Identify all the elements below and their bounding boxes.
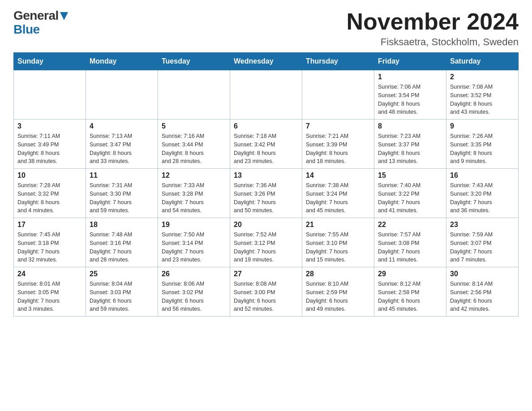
day-info: Sunrise: 7:48 AMSunset: 3:16 PMDaylight:… xyxy=(90,231,154,264)
day-info: Sunrise: 7:55 AMSunset: 3:10 PMDaylight:… xyxy=(306,231,370,264)
day-info: Sunrise: 7:13 AMSunset: 3:47 PMDaylight:… xyxy=(90,132,154,166)
calendar-table: SundayMondayTuesdayWednesdayThursdayFrid… xyxy=(13,52,519,317)
day-info: Sunrise: 7:23 AMSunset: 3:37 PMDaylight:… xyxy=(378,132,442,166)
logo-general-text: General xyxy=(13,9,59,23)
calendar-body: 1Sunrise: 7:06 AMSunset: 3:54 PMDaylight… xyxy=(14,70,519,317)
day-info: Sunrise: 7:31 AMSunset: 3:30 PMDaylight:… xyxy=(90,181,154,215)
weekday-header-tuesday: Tuesday xyxy=(158,53,230,70)
calendar-cell: 6Sunrise: 7:18 AMSunset: 3:42 PMDaylight… xyxy=(230,120,302,169)
day-number: 19 xyxy=(162,221,226,229)
calendar-cell: 21Sunrise: 7:55 AMSunset: 3:10 PMDayligh… xyxy=(302,218,374,267)
weekday-header-wednesday: Wednesday xyxy=(230,53,302,70)
calendar-cell: 16Sunrise: 7:43 AMSunset: 3:20 PMDayligh… xyxy=(446,169,519,218)
day-number: 17 xyxy=(17,221,82,229)
day-info: Sunrise: 7:59 AMSunset: 3:07 PMDaylight:… xyxy=(450,231,515,264)
calendar-week-row: 3Sunrise: 7:11 AMSunset: 3:49 PMDaylight… xyxy=(14,120,519,169)
day-info: Sunrise: 7:33 AMSunset: 3:28 PMDaylight:… xyxy=(162,181,226,215)
day-number: 2 xyxy=(450,73,515,81)
page-header: General Blue November 2024 Fisksaetra, S… xyxy=(13,9,519,48)
day-number: 15 xyxy=(378,171,442,180)
calendar-cell: 25Sunrise: 8:04 AMSunset: 3:03 PMDayligh… xyxy=(86,267,158,317)
day-info: Sunrise: 7:16 AMSunset: 3:44 PMDaylight:… xyxy=(162,132,226,166)
calendar-cell: 4Sunrise: 7:13 AMSunset: 3:47 PMDaylight… xyxy=(86,120,158,169)
day-number: 28 xyxy=(306,270,370,278)
day-number: 1 xyxy=(378,73,442,81)
day-info: Sunrise: 7:40 AMSunset: 3:22 PMDaylight:… xyxy=(378,181,442,215)
calendar-cell xyxy=(14,70,86,120)
day-number: 25 xyxy=(90,270,154,278)
calendar-cell: 12Sunrise: 7:33 AMSunset: 3:28 PMDayligh… xyxy=(158,169,230,218)
day-number: 9 xyxy=(450,122,515,130)
day-info: Sunrise: 7:57 AMSunset: 3:08 PMDaylight:… xyxy=(378,231,442,264)
calendar-cell: 15Sunrise: 7:40 AMSunset: 3:22 PMDayligh… xyxy=(374,169,446,218)
day-info: Sunrise: 8:06 AMSunset: 3:02 PMDaylight:… xyxy=(162,280,226,313)
calendar-cell: 7Sunrise: 7:21 AMSunset: 3:39 PMDaylight… xyxy=(302,120,374,169)
calendar-cell: 1Sunrise: 7:06 AMSunset: 3:54 PMDaylight… xyxy=(374,70,446,120)
day-number: 30 xyxy=(450,270,515,278)
calendar-cell: 18Sunrise: 7:48 AMSunset: 3:16 PMDayligh… xyxy=(86,218,158,267)
day-info: Sunrise: 7:36 AMSunset: 3:26 PMDaylight:… xyxy=(234,181,298,215)
day-number: 7 xyxy=(306,122,370,130)
calendar-cell: 9Sunrise: 7:26 AMSunset: 3:35 PMDaylight… xyxy=(446,120,519,169)
day-info: Sunrise: 7:45 AMSunset: 3:18 PMDaylight:… xyxy=(17,231,82,264)
calendar-cell: 10Sunrise: 7:28 AMSunset: 3:32 PMDayligh… xyxy=(14,169,86,218)
day-info: Sunrise: 7:11 AMSunset: 3:49 PMDaylight:… xyxy=(17,132,82,166)
day-number: 8 xyxy=(378,122,442,130)
weekday-header-saturday: Saturday xyxy=(446,53,519,70)
calendar-cell: 22Sunrise: 7:57 AMSunset: 3:08 PMDayligh… xyxy=(374,218,446,267)
calendar-cell: 29Sunrise: 8:12 AMSunset: 2:58 PMDayligh… xyxy=(374,267,446,317)
day-number: 18 xyxy=(90,221,154,229)
title-area: November 2024 Fisksaetra, Stockholm, Swe… xyxy=(347,9,519,48)
calendar-cell: 19Sunrise: 7:50 AMSunset: 3:14 PMDayligh… xyxy=(158,218,230,267)
calendar-week-row: 1Sunrise: 7:06 AMSunset: 3:54 PMDaylight… xyxy=(14,70,519,120)
logo-blue-text: Blue xyxy=(13,23,40,37)
calendar-cell xyxy=(302,70,374,120)
calendar-cell: 23Sunrise: 7:59 AMSunset: 3:07 PMDayligh… xyxy=(446,218,519,267)
day-number: 4 xyxy=(90,122,154,130)
svg-marker-0 xyxy=(60,12,68,20)
calendar-week-row: 24Sunrise: 8:01 AMSunset: 3:05 PMDayligh… xyxy=(14,267,519,317)
weekday-header-row: SundayMondayTuesdayWednesdayThursdayFrid… xyxy=(14,53,519,70)
calendar-cell: 13Sunrise: 7:36 AMSunset: 3:26 PMDayligh… xyxy=(230,169,302,218)
day-number: 11 xyxy=(90,171,154,180)
calendar-cell: 26Sunrise: 8:06 AMSunset: 3:02 PMDayligh… xyxy=(158,267,230,317)
month-title: November 2024 xyxy=(347,9,519,34)
calendar-week-row: 10Sunrise: 7:28 AMSunset: 3:32 PMDayligh… xyxy=(14,169,519,218)
weekday-header-friday: Friday xyxy=(374,53,446,70)
calendar-cell: 8Sunrise: 7:23 AMSunset: 3:37 PMDaylight… xyxy=(374,120,446,169)
calendar-cell: 5Sunrise: 7:16 AMSunset: 3:44 PMDaylight… xyxy=(158,120,230,169)
day-number: 10 xyxy=(17,171,82,180)
day-info: Sunrise: 7:06 AMSunset: 3:54 PMDaylight:… xyxy=(378,83,442,116)
day-info: Sunrise: 8:04 AMSunset: 3:03 PMDaylight:… xyxy=(90,280,154,313)
location-title: Fisksaetra, Stockholm, Sweden xyxy=(347,36,519,48)
day-number: 23 xyxy=(450,221,515,229)
day-info: Sunrise: 7:08 AMSunset: 3:52 PMDaylight:… xyxy=(450,83,515,116)
calendar-cell: 20Sunrise: 7:52 AMSunset: 3:12 PMDayligh… xyxy=(230,218,302,267)
calendar-cell: 30Sunrise: 8:14 AMSunset: 2:56 PMDayligh… xyxy=(446,267,519,317)
day-info: Sunrise: 8:01 AMSunset: 3:05 PMDaylight:… xyxy=(17,280,82,313)
day-number: 3 xyxy=(17,122,82,130)
day-info: Sunrise: 7:38 AMSunset: 3:24 PMDaylight:… xyxy=(306,181,370,215)
day-info: Sunrise: 7:50 AMSunset: 3:14 PMDaylight:… xyxy=(162,231,226,264)
day-number: 29 xyxy=(378,270,442,278)
calendar-cell xyxy=(158,70,230,120)
day-info: Sunrise: 8:10 AMSunset: 2:59 PMDaylight:… xyxy=(306,280,370,313)
day-info: Sunrise: 8:08 AMSunset: 3:00 PMDaylight:… xyxy=(234,280,298,313)
calendar-week-row: 17Sunrise: 7:45 AMSunset: 3:18 PMDayligh… xyxy=(14,218,519,267)
calendar-cell: 14Sunrise: 7:38 AMSunset: 3:24 PMDayligh… xyxy=(302,169,374,218)
day-number: 5 xyxy=(162,122,226,130)
day-number: 27 xyxy=(234,270,298,278)
calendar-cell: 2Sunrise: 7:08 AMSunset: 3:52 PMDaylight… xyxy=(446,70,519,120)
calendar-cell: 24Sunrise: 8:01 AMSunset: 3:05 PMDayligh… xyxy=(14,267,86,317)
calendar-cell: 17Sunrise: 7:45 AMSunset: 3:18 PMDayligh… xyxy=(14,218,86,267)
calendar-cell: 28Sunrise: 8:10 AMSunset: 2:59 PMDayligh… xyxy=(302,267,374,317)
calendar-cell: 27Sunrise: 8:08 AMSunset: 3:00 PMDayligh… xyxy=(230,267,302,317)
day-info: Sunrise: 7:21 AMSunset: 3:39 PMDaylight:… xyxy=(306,132,370,166)
weekday-header-thursday: Thursday xyxy=(302,53,374,70)
calendar-cell: 3Sunrise: 7:11 AMSunset: 3:49 PMDaylight… xyxy=(14,120,86,169)
day-info: Sunrise: 7:52 AMSunset: 3:12 PMDaylight:… xyxy=(234,231,298,264)
day-number: 24 xyxy=(17,270,82,278)
calendar-header: SundayMondayTuesdayWednesdayThursdayFrid… xyxy=(14,53,519,70)
logo-triangle-icon xyxy=(60,12,68,20)
day-number: 14 xyxy=(306,171,370,180)
